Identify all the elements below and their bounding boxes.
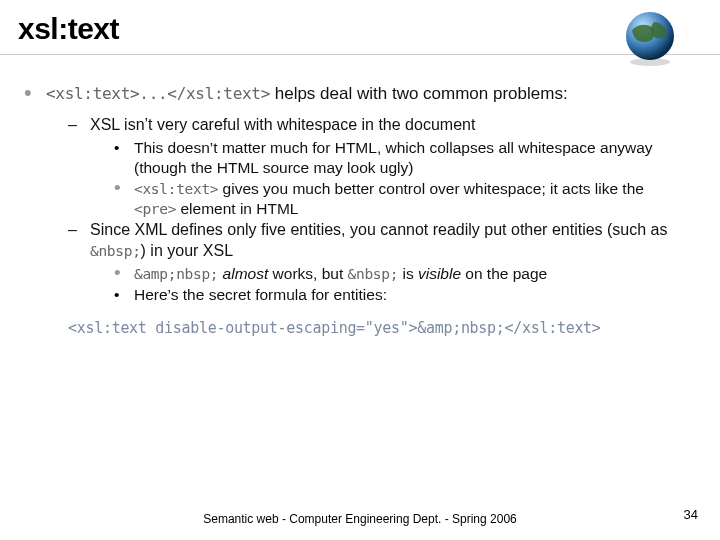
sub2-item: • <xsl:text> gives you much better contr…	[114, 179, 690, 219]
slide-title: xsl:text	[18, 12, 720, 46]
sub2-text: This doesn’t matter much for HTML, which…	[134, 138, 690, 178]
sub2-text: <xsl:text> gives you much better control…	[134, 179, 690, 219]
code-pre: <pre>	[134, 201, 176, 217]
dot-marker: •	[114, 138, 134, 178]
page-number: 34	[684, 507, 698, 522]
code-nbsp2: &nbsp;	[348, 266, 399, 282]
italic-visible: visible	[418, 265, 461, 282]
sub2-list: • This doesn’t matter much for HTML, whi…	[114, 138, 690, 220]
sub2-text: &amp;nbsp; almost works, but &nbsp; is v…	[134, 264, 690, 284]
bullet-marker: •	[24, 83, 46, 105]
slide-body: • <xsl:text>...</xsl:text> helps deal wi…	[0, 55, 720, 339]
dot-marker: •	[114, 285, 134, 305]
sub2-item: • &amp;nbsp; almost works, but &nbsp; is…	[114, 264, 690, 284]
globe-icon	[620, 10, 680, 70]
sub2-list: • &amp;nbsp; almost works, but &nbsp; is…	[114, 264, 690, 305]
dash-text: XSL isn’t very careful with whitespace i…	[90, 115, 690, 136]
sub2-item: • Here’s the secret formula for entities…	[114, 285, 690, 305]
dash-marker: –	[68, 220, 90, 262]
italic-almost: almost	[218, 265, 268, 282]
sub2-text: Here’s the secret formula for entities:	[134, 285, 690, 305]
bullet-level1: • <xsl:text>...</xsl:text> helps deal wi…	[24, 83, 690, 105]
code-amp-nbsp: &amp;nbsp;	[134, 266, 218, 282]
dash-marker: –	[68, 115, 90, 136]
code-xsl-text-tag: <xsl:text>...</xsl:text>	[46, 84, 270, 103]
dash-item: – XSL isn’t very careful with whitespace…	[68, 115, 690, 136]
bullet-text: <xsl:text>...</xsl:text> helps deal with…	[46, 83, 690, 105]
code-formula: <xsl:text disable-output-escaping="yes">…	[68, 319, 690, 339]
dash-item: – Since XML defines only five entities, …	[68, 220, 690, 262]
dot-marker: •	[114, 264, 134, 284]
svg-point-1	[630, 58, 670, 66]
dash-text: Since XML defines only five entities, yo…	[90, 220, 690, 262]
title-area: xsl:text	[0, 0, 720, 55]
footer-text: Semantic web - Computer Engineering Dept…	[0, 512, 720, 526]
code-xsl-text: <xsl:text>	[134, 181, 218, 197]
sublist: – XSL isn’t very careful with whitespace…	[68, 115, 690, 305]
dot-marker: •	[114, 179, 134, 219]
code-nbsp: &nbsp;	[90, 243, 141, 259]
sub2-item: • This doesn’t matter much for HTML, whi…	[114, 138, 690, 178]
